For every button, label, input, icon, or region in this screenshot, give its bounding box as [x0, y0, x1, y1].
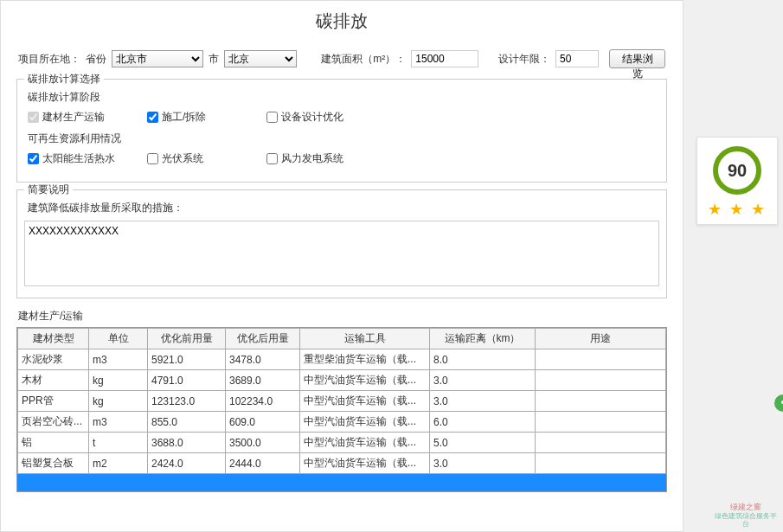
- renew-label: 可再生资源利用情况: [28, 131, 659, 146]
- stage-options: 建材生产运输 施工/拆除 设备设计优化: [24, 110, 659, 125]
- renew-options: 太阳能生活热水 光伏系统 风力发电系统: [24, 151, 659, 166]
- renew-check-1[interactable]: 光伏系统: [147, 151, 251, 166]
- area-input[interactable]: [411, 50, 478, 67]
- table-row[interactable]: 铝塑复合板m22424.02444.0中型汽油货车运输（载...3.0: [18, 453, 666, 474]
- help-icon[interactable]: •: [774, 394, 783, 412]
- table-row[interactable]: 水泥砂浆m35921.03478.0重型柴油货车运输（载...8.0: [18, 349, 666, 370]
- score-circle: 90: [713, 146, 761, 195]
- province-label: 省份: [86, 52, 106, 67]
- table-row[interactable]: 铝t3688.03500.0中型汽油货车运输（载...5.0: [18, 433, 666, 453]
- table-row-selected[interactable]: [18, 474, 666, 491]
- renew-check-0[interactable]: 太阳能生活热水: [28, 151, 132, 166]
- stage-checkbox-2[interactable]: [266, 112, 278, 123]
- renew-checkbox-2[interactable]: [266, 153, 278, 164]
- location-row: 项目所在地： 省份 北京市 市 北京 建筑面积（m²）： 设计年限： 结果浏览: [1, 46, 683, 75]
- score-badge: 90 ★ ★ ★: [696, 137, 778, 225]
- browse-button[interactable]: 结果浏览: [609, 49, 665, 68]
- stage-checkbox-0[interactable]: [28, 112, 39, 123]
- table-row[interactable]: 木材kg4791.03689.0中型汽油货车运输（载...3.0: [18, 370, 666, 391]
- area-label: 建筑面积（m²）：: [321, 52, 406, 67]
- location-label: 项目所在地：: [18, 52, 80, 67]
- desc-textarea[interactable]: XXXXXXXXXXXXX: [24, 221, 659, 286]
- city-select[interactable]: 北京: [224, 50, 297, 67]
- stage-check-2[interactable]: 设备设计优化: [266, 110, 370, 125]
- city-label: 市: [209, 52, 219, 67]
- stage-label: 碳排放计算阶段: [28, 90, 659, 105]
- calc-groupbox: 碳排放计算选择 碳排放计算阶段 建材生产运输 施工/拆除 设备设计优化 可再生资…: [16, 79, 667, 183]
- score-stars: ★ ★ ★: [697, 200, 777, 219]
- brief-groupbox: 简要说明 建筑降低碳排放量所采取的措施： XXXXXXXXXXXXX: [16, 189, 667, 298]
- renew-checkbox-0[interactable]: [28, 153, 39, 164]
- page-title: 碳排放: [1, 1, 683, 46]
- stage-check-0[interactable]: 建材生产运输: [28, 110, 132, 125]
- province-select[interactable]: 北京市: [112, 50, 203, 67]
- score-value: 90: [728, 161, 747, 181]
- renew-check-2[interactable]: 风力发电系统: [266, 151, 370, 166]
- materials-label: 建材生产/运输: [1, 305, 683, 327]
- table-row[interactable]: 页岩空心砖...m3855.0609.0中型汽油货车运输（载...6.0: [18, 412, 666, 433]
- watermark-stamp: 绿建之窗 绿色建筑综合服务平台: [712, 503, 780, 529]
- renew-checkbox-1[interactable]: [147, 153, 158, 164]
- stage-check-1[interactable]: 施工/拆除: [147, 110, 251, 125]
- materials-table[interactable]: 建材类型 单位 优化前用量 优化后用量 运输工具 运输距离（km） 用途 水泥砂…: [17, 328, 666, 491]
- stage-checkbox-1[interactable]: [147, 112, 158, 123]
- table-header-row: 建材类型 单位 优化前用量 优化后用量 运输工具 运输距离（km） 用途: [18, 329, 666, 349]
- years-input[interactable]: [555, 50, 599, 67]
- table-row[interactable]: PPR管kg123123.0102234.0中型汽油货车运输（载...3.0: [18, 391, 666, 412]
- years-label: 设计年限：: [498, 52, 550, 67]
- calc-legend: 碳排放计算选择: [24, 72, 104, 87]
- desc-label: 建筑降低碳排放量所采取的措施：: [28, 201, 659, 215]
- materials-table-wrap: 建材类型 单位 优化前用量 优化后用量 运输工具 运输距离（km） 用途 水泥砂…: [16, 327, 667, 492]
- main-panel: 碳排放 项目所在地： 省份 北京市 市 北京 建筑面积（m²）： 设计年限： 结…: [0, 0, 684, 532]
- brief-legend: 简要说明: [24, 183, 73, 197]
